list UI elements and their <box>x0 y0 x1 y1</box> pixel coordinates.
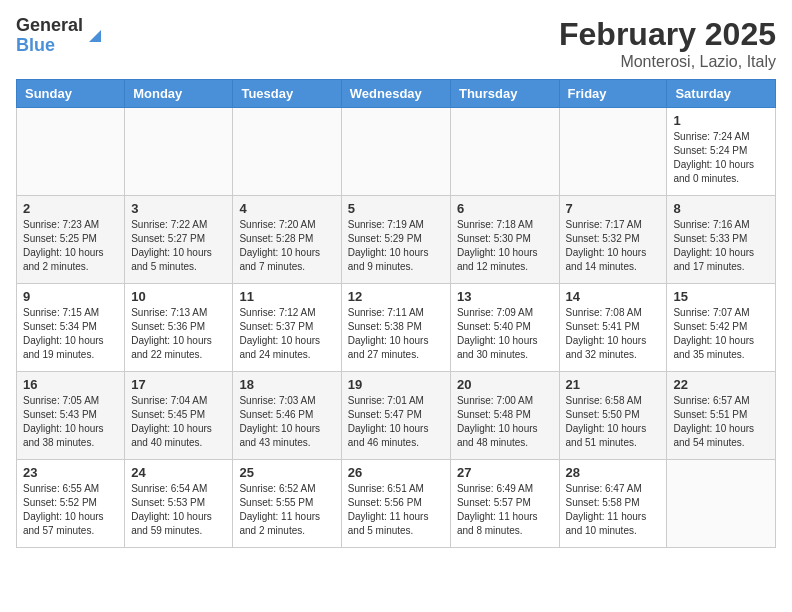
calendar-cell: 9Sunrise: 7:15 AM Sunset: 5:34 PM Daylig… <box>17 284 125 372</box>
calendar-cell <box>667 460 776 548</box>
day-info: Sunrise: 7:13 AM Sunset: 5:36 PM Dayligh… <box>131 306 226 362</box>
calendar-cell: 3Sunrise: 7:22 AM Sunset: 5:27 PM Daylig… <box>125 196 233 284</box>
calendar-cell: 28Sunrise: 6:47 AM Sunset: 5:58 PM Dayli… <box>559 460 667 548</box>
calendar-cell: 10Sunrise: 7:13 AM Sunset: 5:36 PM Dayli… <box>125 284 233 372</box>
day-info: Sunrise: 6:47 AM Sunset: 5:58 PM Dayligh… <box>566 482 661 538</box>
title-block: February 2025 Monterosi, Lazio, Italy <box>559 16 776 71</box>
calendar-cell: 26Sunrise: 6:51 AM Sunset: 5:56 PM Dayli… <box>341 460 450 548</box>
logo-triangle-icon <box>85 26 105 46</box>
day-info: Sunrise: 6:54 AM Sunset: 5:53 PM Dayligh… <box>131 482 226 538</box>
week-row-4: 16Sunrise: 7:05 AM Sunset: 5:43 PM Dayli… <box>17 372 776 460</box>
weekday-header-row: SundayMondayTuesdayWednesdayThursdayFrid… <box>17 80 776 108</box>
day-info: Sunrise: 7:15 AM Sunset: 5:34 PM Dayligh… <box>23 306 118 362</box>
weekday-header-friday: Friday <box>559 80 667 108</box>
logo-blue-text: Blue <box>16 36 83 56</box>
day-number: 12 <box>348 289 444 304</box>
day-info: Sunrise: 7:09 AM Sunset: 5:40 PM Dayligh… <box>457 306 553 362</box>
page-header: General Blue February 2025 Monterosi, La… <box>16 16 776 71</box>
weekday-header-sunday: Sunday <box>17 80 125 108</box>
day-number: 2 <box>23 201 118 216</box>
calendar-cell <box>341 108 450 196</box>
calendar-cell: 18Sunrise: 7:03 AM Sunset: 5:46 PM Dayli… <box>233 372 341 460</box>
day-info: Sunrise: 7:17 AM Sunset: 5:32 PM Dayligh… <box>566 218 661 274</box>
weekday-header-tuesday: Tuesday <box>233 80 341 108</box>
week-row-2: 2Sunrise: 7:23 AM Sunset: 5:25 PM Daylig… <box>17 196 776 284</box>
day-number: 22 <box>673 377 769 392</box>
calendar-cell <box>559 108 667 196</box>
day-info: Sunrise: 6:55 AM Sunset: 5:52 PM Dayligh… <box>23 482 118 538</box>
day-number: 21 <box>566 377 661 392</box>
calendar-cell: 19Sunrise: 7:01 AM Sunset: 5:47 PM Dayli… <box>341 372 450 460</box>
calendar-cell: 6Sunrise: 7:18 AM Sunset: 5:30 PM Daylig… <box>450 196 559 284</box>
calendar-cell: 20Sunrise: 7:00 AM Sunset: 5:48 PM Dayli… <box>450 372 559 460</box>
logo-general-text: General <box>16 16 83 36</box>
day-info: Sunrise: 7:04 AM Sunset: 5:45 PM Dayligh… <box>131 394 226 450</box>
calendar-cell <box>17 108 125 196</box>
calendar-cell: 24Sunrise: 6:54 AM Sunset: 5:53 PM Dayli… <box>125 460 233 548</box>
day-info: Sunrise: 7:18 AM Sunset: 5:30 PM Dayligh… <box>457 218 553 274</box>
day-number: 11 <box>239 289 334 304</box>
calendar-cell <box>450 108 559 196</box>
day-info: Sunrise: 7:00 AM Sunset: 5:48 PM Dayligh… <box>457 394 553 450</box>
calendar-cell: 14Sunrise: 7:08 AM Sunset: 5:41 PM Dayli… <box>559 284 667 372</box>
day-number: 14 <box>566 289 661 304</box>
day-number: 28 <box>566 465 661 480</box>
calendar-cell: 4Sunrise: 7:20 AM Sunset: 5:28 PM Daylig… <box>233 196 341 284</box>
week-row-1: 1Sunrise: 7:24 AM Sunset: 5:24 PM Daylig… <box>17 108 776 196</box>
day-number: 13 <box>457 289 553 304</box>
day-info: Sunrise: 7:24 AM Sunset: 5:24 PM Dayligh… <box>673 130 769 186</box>
weekday-header-thursday: Thursday <box>450 80 559 108</box>
day-info: Sunrise: 6:49 AM Sunset: 5:57 PM Dayligh… <box>457 482 553 538</box>
day-info: Sunrise: 7:16 AM Sunset: 5:33 PM Dayligh… <box>673 218 769 274</box>
calendar-cell: 27Sunrise: 6:49 AM Sunset: 5:57 PM Dayli… <box>450 460 559 548</box>
day-info: Sunrise: 6:52 AM Sunset: 5:55 PM Dayligh… <box>239 482 334 538</box>
day-info: Sunrise: 7:20 AM Sunset: 5:28 PM Dayligh… <box>239 218 334 274</box>
day-number: 25 <box>239 465 334 480</box>
calendar-cell: 25Sunrise: 6:52 AM Sunset: 5:55 PM Dayli… <box>233 460 341 548</box>
day-number: 16 <box>23 377 118 392</box>
weekday-header-saturday: Saturday <box>667 80 776 108</box>
day-info: Sunrise: 7:19 AM Sunset: 5:29 PM Dayligh… <box>348 218 444 274</box>
calendar-cell: 21Sunrise: 6:58 AM Sunset: 5:50 PM Dayli… <box>559 372 667 460</box>
day-number: 19 <box>348 377 444 392</box>
calendar-table: SundayMondayTuesdayWednesdayThursdayFrid… <box>16 79 776 548</box>
day-info: Sunrise: 6:58 AM Sunset: 5:50 PM Dayligh… <box>566 394 661 450</box>
day-info: Sunrise: 7:08 AM Sunset: 5:41 PM Dayligh… <box>566 306 661 362</box>
day-number: 5 <box>348 201 444 216</box>
day-info: Sunrise: 7:07 AM Sunset: 5:42 PM Dayligh… <box>673 306 769 362</box>
day-number: 18 <box>239 377 334 392</box>
day-number: 7 <box>566 201 661 216</box>
day-number: 26 <box>348 465 444 480</box>
day-number: 8 <box>673 201 769 216</box>
day-info: Sunrise: 7:03 AM Sunset: 5:46 PM Dayligh… <box>239 394 334 450</box>
calendar-cell: 5Sunrise: 7:19 AM Sunset: 5:29 PM Daylig… <box>341 196 450 284</box>
day-number: 17 <box>131 377 226 392</box>
day-number: 15 <box>673 289 769 304</box>
week-row-3: 9Sunrise: 7:15 AM Sunset: 5:34 PM Daylig… <box>17 284 776 372</box>
calendar-cell: 16Sunrise: 7:05 AM Sunset: 5:43 PM Dayli… <box>17 372 125 460</box>
day-info: Sunrise: 7:11 AM Sunset: 5:38 PM Dayligh… <box>348 306 444 362</box>
calendar-cell: 2Sunrise: 7:23 AM Sunset: 5:25 PM Daylig… <box>17 196 125 284</box>
day-number: 24 <box>131 465 226 480</box>
calendar-cell <box>125 108 233 196</box>
week-row-5: 23Sunrise: 6:55 AM Sunset: 5:52 PM Dayli… <box>17 460 776 548</box>
day-info: Sunrise: 7:22 AM Sunset: 5:27 PM Dayligh… <box>131 218 226 274</box>
day-number: 1 <box>673 113 769 128</box>
day-info: Sunrise: 7:12 AM Sunset: 5:37 PM Dayligh… <box>239 306 334 362</box>
calendar-cell: 15Sunrise: 7:07 AM Sunset: 5:42 PM Dayli… <box>667 284 776 372</box>
day-number: 20 <box>457 377 553 392</box>
day-number: 23 <box>23 465 118 480</box>
month-title: February 2025 <box>559 16 776 53</box>
calendar-cell: 23Sunrise: 6:55 AM Sunset: 5:52 PM Dayli… <box>17 460 125 548</box>
day-number: 4 <box>239 201 334 216</box>
calendar-cell: 22Sunrise: 6:57 AM Sunset: 5:51 PM Dayli… <box>667 372 776 460</box>
day-info: Sunrise: 7:23 AM Sunset: 5:25 PM Dayligh… <box>23 218 118 274</box>
day-number: 6 <box>457 201 553 216</box>
calendar-cell: 12Sunrise: 7:11 AM Sunset: 5:38 PM Dayli… <box>341 284 450 372</box>
calendar-cell: 8Sunrise: 7:16 AM Sunset: 5:33 PM Daylig… <box>667 196 776 284</box>
day-number: 27 <box>457 465 553 480</box>
calendar-cell: 13Sunrise: 7:09 AM Sunset: 5:40 PM Dayli… <box>450 284 559 372</box>
day-number: 10 <box>131 289 226 304</box>
calendar-cell: 1Sunrise: 7:24 AM Sunset: 5:24 PM Daylig… <box>667 108 776 196</box>
calendar-cell: 11Sunrise: 7:12 AM Sunset: 5:37 PM Dayli… <box>233 284 341 372</box>
